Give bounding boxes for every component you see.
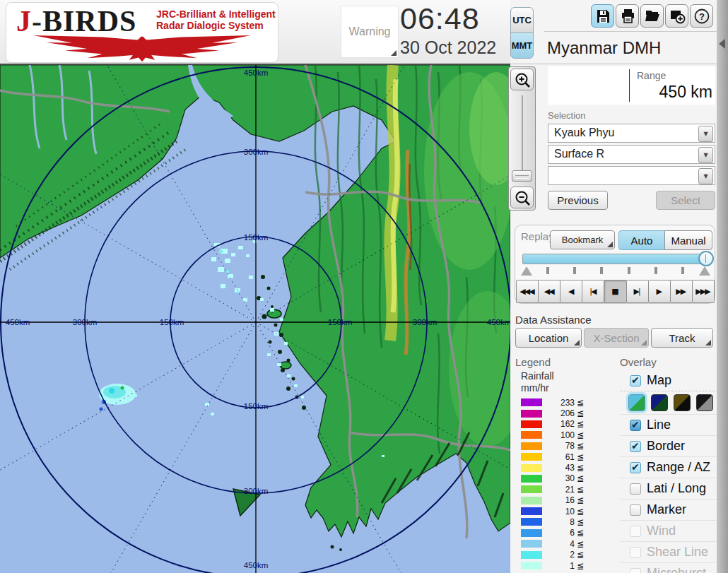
forward-fastest-button[interactable]: ▶▶▶ [692, 280, 715, 303]
map-style-selector [620, 391, 717, 414]
eagle-logo-icon [11, 35, 274, 62]
add-image-icon[interactable] [665, 4, 688, 28]
select-button[interactable]: Select [656, 191, 715, 210]
mmt-button[interactable]: MMT [510, 33, 534, 59]
overlay-label: Overlay [620, 356, 657, 368]
play-reverse-button[interactable]: ◀ [560, 280, 582, 303]
legend-operator: ≦ [577, 528, 584, 538]
legend-row: 78≦ [515, 441, 614, 451]
overlay-row-lati-long: Lati / Long [620, 478, 717, 499]
marker-label: Marker [647, 502, 686, 517]
legend-row: 206≦ [515, 408, 614, 418]
legend-color-swatch [521, 551, 542, 559]
overlay-row-shear-line: Shear Line [620, 541, 717, 562]
ring-label: 150km [244, 402, 269, 410]
chevron-down-icon[interactable]: ▼ [698, 126, 713, 142]
legend-row: 16≦ [515, 495, 614, 506]
chevron-down-icon[interactable]: ▼ [698, 168, 713, 184]
map-style-terrain[interactable] [628, 394, 645, 411]
replay-timeline-slider[interactable] [522, 254, 712, 264]
panel-collapse-scrollbar[interactable] [717, 0, 728, 573]
x-section-button[interactable]: X-Section [584, 328, 649, 348]
stop-button[interactable]: ■ [604, 280, 626, 303]
wind-checkbox [630, 526, 641, 537]
track-button[interactable]: Track [651, 328, 713, 348]
line-label: Line [647, 418, 671, 432]
map-style-olive-black[interactable] [674, 394, 691, 411]
ring-label: 300km [244, 487, 269, 495]
legend-color-swatch [521, 431, 542, 439]
dropdown-product[interactable]: Surface R▼ [548, 145, 715, 164]
legend-row: 100≦ [515, 430, 614, 440]
legend-color-swatch [521, 464, 542, 472]
ring-label: 450km [244, 561, 269, 569]
jbirds-application: J-BIRDS JRC-Brilliant & Intelligent Rada… [0, 0, 728, 573]
utc-button[interactable]: UTC [510, 7, 534, 33]
playback-controls: ◀◀◀◀◀◀|◀■▶|▶▶▶▶▶▶ [517, 280, 715, 303]
overlay-row-line: Line [620, 414, 717, 435]
station-title: Myanmar DMH [547, 38, 661, 58]
print-icon[interactable] [616, 4, 639, 28]
chevron-down-icon[interactable]: ▼ [698, 147, 713, 163]
ring-label: 450km [6, 318, 30, 326]
marker-checkbox[interactable] [630, 504, 641, 516]
legend-label: Legend [515, 356, 551, 368]
legend-color-swatch [521, 497, 542, 504]
map-style-black-gray[interactable] [696, 394, 713, 411]
rewind-fast-button[interactable]: ◀◀ [538, 280, 560, 303]
zoom-slider-track[interactable] [522, 95, 523, 182]
map-label: Map [647, 373, 671, 388]
auto-mode-button[interactable]: Auto [618, 230, 665, 250]
dropdown-site[interactable]: Kyauk Phyu▼ [548, 124, 715, 143]
forward-fast-button[interactable]: ▶▶ [670, 280, 693, 303]
rewind-fastest-button[interactable]: ◀◀◀ [516, 280, 539, 303]
warning-button[interactable]: Warning [341, 6, 399, 58]
legend-operator: ≦ [577, 507, 584, 516]
lati-long-checkbox[interactable] [630, 483, 641, 495]
range-az-label: Range / AZ [647, 460, 710, 475]
save-icon[interactable] [591, 4, 614, 28]
legend-value: 30 [542, 473, 575, 483]
svg-text:?: ? [699, 11, 705, 21]
timeline-slider-handle[interactable] [698, 251, 714, 266]
map-checkbox[interactable] [630, 375, 641, 386]
legend-row: 1≦ [515, 560, 614, 571]
legend-row: 21≦ [515, 484, 614, 495]
legend-color-swatch [521, 562, 542, 569]
previous-button[interactable]: Previous [548, 191, 608, 210]
jbirds-logo: J-BIRDS JRC-Brilliant & Intelligent Rada… [6, 2, 278, 63]
legend-color-swatch [521, 529, 542, 537]
location-button[interactable]: Location [515, 328, 582, 348]
range-az-checkbox[interactable] [630, 462, 641, 473]
legend-operator: ≦ [577, 495, 584, 505]
range-display: Range 450 km [548, 66, 715, 105]
zoom-out-icon[interactable] [510, 187, 534, 208]
shear-line-label: Shear Line [647, 545, 708, 560]
step-forward-button[interactable]: ▶| [626, 280, 649, 303]
legend-value: 6 [542, 528, 575, 538]
overlay-row-wind: Wind [620, 520, 717, 541]
map-style-navy-green[interactable] [651, 394, 668, 411]
bookmark-button[interactable]: Bookmark [550, 230, 615, 249]
microburst-checkbox [630, 568, 641, 573]
dropdown-extra[interactable]: ▼ [548, 166, 715, 185]
zoom-slider-handle[interactable] [512, 170, 532, 182]
radar-map-canvas[interactable]: 450km300km150km150km300km450km450km300km… [0, 65, 510, 573]
zoom-in-icon[interactable] [510, 69, 534, 90]
collapse-arrow-icon[interactable] [719, 39, 725, 49]
timeline-end-marker[interactable] [699, 266, 710, 276]
ring-label: 450km [244, 69, 269, 77]
line-checkbox[interactable] [630, 420, 641, 431]
open-folder-icon[interactable] [640, 4, 664, 28]
ring-label: 300km [413, 318, 438, 326]
ring-label: 150km [244, 233, 269, 242]
data-assistance-label: Data Assistance [515, 314, 592, 326]
manual-mode-button[interactable]: Manual [664, 230, 712, 250]
help-icon[interactable]: ? [690, 4, 713, 28]
legend-row: 4≦ [515, 538, 614, 549]
step-back-button[interactable]: |◀ [582, 280, 604, 303]
play-button[interactable]: ▶ [648, 280, 671, 303]
legend-value: 10 [542, 507, 575, 516]
border-checkbox[interactable] [630, 441, 641, 452]
timeline-start-marker[interactable] [521, 266, 532, 276]
